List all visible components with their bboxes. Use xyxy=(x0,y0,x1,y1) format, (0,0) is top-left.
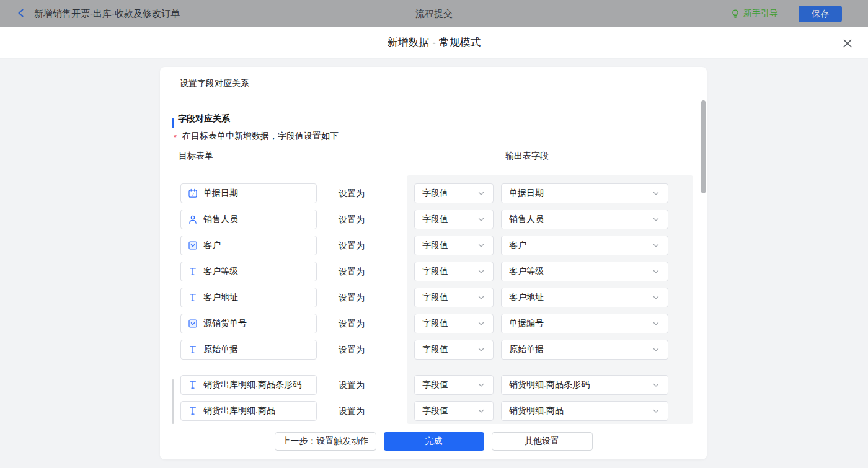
output-field-dropdown[interactable]: 销货明细.商品 xyxy=(501,401,668,421)
output-field-dropdown[interactable]: 客户等级 xyxy=(501,262,668,281)
output-field-dropdown[interactable]: 单据日期 xyxy=(501,183,668,203)
chevron-down-icon xyxy=(652,241,660,250)
mapping-row: 客户地址 设置为 字段值 客户地址 xyxy=(160,288,707,307)
output-field-selected: 销货明细.商品 xyxy=(509,405,652,417)
value-type-dropdown[interactable]: 字段值 xyxy=(414,236,494,255)
set-as-label: 设置为 xyxy=(339,236,365,255)
set-as-label: 设置为 xyxy=(339,314,365,333)
set-as-label: 设置为 xyxy=(339,401,365,421)
mapping-row: 原始单据 设置为 字段值 原始单据 xyxy=(160,340,707,360)
output-field-dropdown[interactable]: 客户 xyxy=(501,236,668,255)
output-field-selected: 客户地址 xyxy=(509,292,652,303)
modal-title: 新增数据 - 常规模式 xyxy=(0,27,868,58)
text-icon xyxy=(188,267,198,276)
select-icon xyxy=(188,319,198,329)
text-icon xyxy=(188,293,198,302)
output-field-dropdown[interactable]: 单据编号 xyxy=(501,314,668,333)
panel-header: 设置字段对应关系 xyxy=(160,67,707,99)
workflow-title: 新增销售开票-出库-收款及修改订单 xyxy=(34,0,180,27)
chevron-down-icon xyxy=(652,293,660,302)
target-field-box[interactable]: 源销货单号 xyxy=(180,314,317,333)
field-mapping-panel: 设置字段对应关系 字段对应关系 * 在目标表单中新增数据，字段值设置如下 目标表… xyxy=(160,67,707,459)
chevron-down-icon xyxy=(477,407,485,415)
target-field-box[interactable]: 销货出库明细.商品 xyxy=(180,401,317,421)
user-icon xyxy=(188,214,198,224)
set-as-label: 设置为 xyxy=(339,375,365,395)
target-field-box[interactable]: 客户 xyxy=(180,236,317,255)
target-field-box[interactable]: 原始单据 xyxy=(180,340,317,360)
chevron-down-icon xyxy=(477,267,485,276)
target-field-label: 销售人员 xyxy=(203,214,238,225)
target-field-label: 销货出库明细.商品条形码 xyxy=(203,379,301,391)
chevron-down-icon xyxy=(477,319,485,328)
mapping-row: 销货出库明细.商品条形码 设置为 字段值 销货明细.商品条形码 xyxy=(160,375,707,395)
value-type-dropdown[interactable]: 字段值 xyxy=(414,210,494,229)
output-field-selected: 客户等级 xyxy=(509,266,652,277)
target-field-box[interactable]: 销售人员 xyxy=(180,210,317,229)
section-accent-bar xyxy=(172,118,174,128)
chevron-down-icon xyxy=(477,215,485,224)
target-field-label: 客户等级 xyxy=(203,266,238,277)
done-button[interactable]: 完成 xyxy=(384,432,484,451)
beginner-guide-button[interactable]: 新手引导 xyxy=(730,0,778,27)
text-icon xyxy=(188,345,198,355)
header-divider xyxy=(177,166,688,166)
chevron-down-icon xyxy=(652,189,660,198)
required-mark: * xyxy=(174,133,177,142)
output-field-selected: 原始单据 xyxy=(509,344,652,355)
close-button[interactable] xyxy=(842,38,853,49)
mapping-rows: 7 单据日期 设置为 字段值 单据日期 销售人员 设置为 字段值 销售人员 xyxy=(160,183,707,424)
column-header-target-form: 目标表单 xyxy=(179,151,213,162)
other-settings-button[interactable]: 其他设置 xyxy=(492,432,593,451)
select-icon xyxy=(188,241,198,250)
set-as-label: 设置为 xyxy=(339,210,365,229)
modal-titlebar: 新增数据 - 常规模式 xyxy=(0,27,868,59)
output-field-dropdown[interactable]: 原始单据 xyxy=(501,340,668,360)
output-field-selected: 单据编号 xyxy=(509,318,652,329)
target-field-label: 销货出库明细.商品 xyxy=(203,405,275,417)
target-field-label: 客户地址 xyxy=(203,292,238,303)
output-field-selected: 客户 xyxy=(509,240,652,251)
output-field-dropdown[interactable]: 销售人员 xyxy=(501,210,668,229)
calendar-icon: 7 xyxy=(188,188,198,198)
chevron-down-icon xyxy=(477,345,485,354)
target-field-box[interactable]: 7 单据日期 xyxy=(180,183,317,203)
guide-label: 新手引导 xyxy=(743,8,778,19)
target-field-box[interactable]: 客户地址 xyxy=(180,288,317,307)
value-type-selected: 字段值 xyxy=(422,379,477,391)
text-icon xyxy=(188,380,198,390)
chevron-down-icon xyxy=(652,267,660,276)
target-field-box[interactable]: 销货出库明细.商品条形码 xyxy=(180,375,317,395)
value-type-dropdown[interactable]: 字段值 xyxy=(414,375,494,395)
save-button[interactable]: 保存 xyxy=(799,6,842,22)
value-type-dropdown[interactable]: 字段值 xyxy=(414,340,494,360)
output-field-dropdown[interactable]: 销货明细.商品条形码 xyxy=(501,375,668,395)
value-type-selected: 字段值 xyxy=(422,344,477,355)
mapping-row: 销售人员 设置为 字段值 销售人员 xyxy=(160,210,707,229)
back-button[interactable] xyxy=(16,8,29,19)
scrollbar-thumb[interactable] xyxy=(701,100,706,193)
mapping-row: 客户 设置为 字段值 客户 xyxy=(160,236,707,255)
target-field-box[interactable]: 客户等级 xyxy=(180,262,317,281)
chevron-down-icon xyxy=(652,407,660,415)
set-as-label: 设置为 xyxy=(339,183,365,203)
group-divider xyxy=(177,366,688,366)
value-type-dropdown[interactable]: 字段值 xyxy=(414,288,494,307)
value-type-dropdown[interactable]: 字段值 xyxy=(414,401,494,421)
mapping-row: 销货出库明细.商品 设置为 字段值 销货明细.商品 xyxy=(160,401,707,421)
value-type-selected: 字段值 xyxy=(422,405,477,417)
value-type-dropdown[interactable]: 字段值 xyxy=(414,262,494,281)
output-field-dropdown[interactable]: 客户地址 xyxy=(501,288,668,307)
target-field-label: 客户 xyxy=(203,240,221,251)
chevron-down-icon xyxy=(652,319,660,328)
close-icon xyxy=(842,38,853,49)
previous-step-button[interactable]: 上一步：设置触发动作 xyxy=(275,432,376,451)
panel-scroll-area: 设置字段对应关系 字段对应关系 * 在目标表单中新增数据，字段值设置如下 目标表… xyxy=(160,67,707,424)
value-type-dropdown[interactable]: 字段值 xyxy=(414,183,494,203)
text-icon xyxy=(188,406,198,416)
set-as-label: 设置为 xyxy=(339,262,365,281)
submit-mode-label: 流程提交 xyxy=(415,0,453,27)
section-description: 在目标表单中新增数据，字段值设置如下 xyxy=(182,131,339,142)
value-type-dropdown[interactable]: 字段值 xyxy=(414,314,494,333)
chevron-down-icon xyxy=(477,293,485,302)
